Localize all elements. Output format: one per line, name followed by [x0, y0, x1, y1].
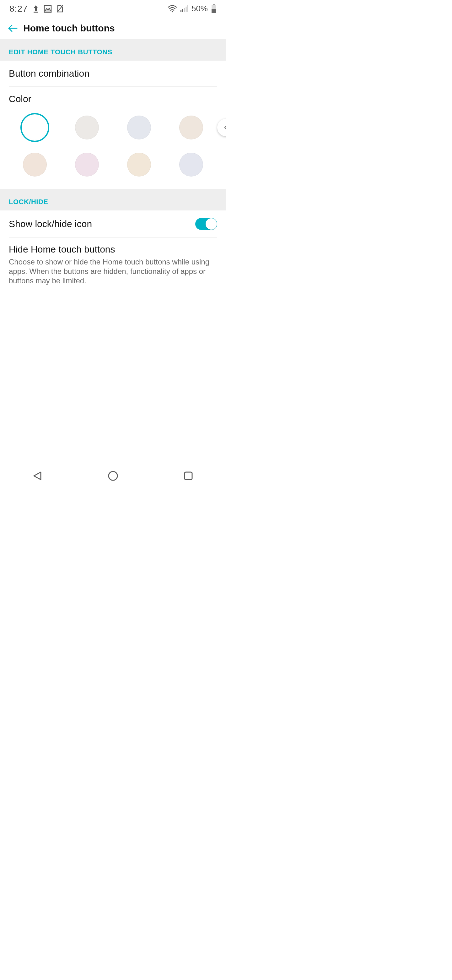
hide-home-buttons-row[interactable]: Hide Home touch buttons Choose to show o…	[0, 238, 226, 295]
color-swatch-5[interactable]	[75, 153, 99, 177]
status-right: 50%	[168, 4, 217, 14]
svg-point-13	[109, 471, 117, 480]
svg-point-2	[172, 11, 173, 12]
color-grid	[9, 116, 217, 177]
color-swatch-7[interactable]	[179, 153, 203, 177]
back-button[interactable]	[5, 21, 20, 36]
nav-recent-icon	[182, 469, 195, 482]
show-lock-hide-row[interactable]: Show lock/hide icon	[0, 210, 226, 237]
nav-home-button[interactable]	[100, 466, 125, 485]
wifi-icon	[168, 5, 177, 13]
nav-back-button[interactable]	[25, 466, 50, 485]
color-swatch-0[interactable]	[23, 116, 47, 140]
signal-icon	[180, 5, 188, 13]
button-combination-row[interactable]: Button combination	[0, 60, 226, 86]
status-bar: 8:27 50%	[0, 0, 226, 17]
chevron-left-icon	[223, 123, 226, 132]
battery-percent: 50%	[192, 4, 208, 14]
hide-home-buttons-desc: Choose to show or hide the Home touch bu…	[9, 257, 217, 286]
show-lock-hide-toggle[interactable]	[195, 218, 217, 230]
svg-rect-6	[186, 6, 186, 12]
battery-icon	[211, 5, 217, 13]
color-label: Color	[9, 94, 217, 104]
color-section: Color	[0, 87, 226, 189]
status-time: 8:27	[10, 4, 28, 14]
color-swatch-2[interactable]	[127, 116, 151, 140]
section-header-lockhide: LOCK/HIDE	[0, 189, 226, 210]
color-swatch-3[interactable]	[179, 116, 203, 140]
status-left: 8:27	[10, 4, 64, 14]
nav-bar	[0, 462, 226, 490]
upload-icon	[32, 5, 39, 13]
svg-rect-14	[185, 472, 192, 480]
nav-home-icon	[107, 469, 119, 482]
svg-marker-12	[34, 472, 41, 480]
image-icon	[44, 5, 52, 13]
svg-rect-8	[213, 5, 215, 5]
section-header-edit: EDIT HOME TOUCH BUTTONS	[0, 39, 226, 60]
svg-rect-5	[184, 8, 185, 12]
svg-rect-7	[187, 5, 188, 12]
nav-recent-button[interactable]	[176, 466, 201, 485]
color-swatch-4[interactable]	[23, 153, 47, 177]
no-sim-icon	[56, 5, 64, 13]
toggle-knob	[206, 218, 217, 230]
arrow-left-icon	[7, 22, 18, 34]
svg-rect-3	[181, 10, 181, 12]
hide-home-buttons-title: Hide Home touch buttons	[9, 244, 217, 255]
show-lock-hide-label: Show lock/hide icon	[9, 219, 92, 229]
color-swatch-6[interactable]	[127, 153, 151, 177]
page-title: Home touch buttons	[23, 23, 115, 33]
nav-back-icon	[32, 469, 44, 482]
svg-rect-4	[182, 9, 183, 12]
color-swatch-1[interactable]	[75, 116, 99, 140]
divider	[9, 295, 217, 295]
app-bar: Home touch buttons	[0, 17, 226, 39]
svg-rect-10	[212, 9, 216, 13]
button-combination-label: Button combination	[9, 68, 89, 79]
